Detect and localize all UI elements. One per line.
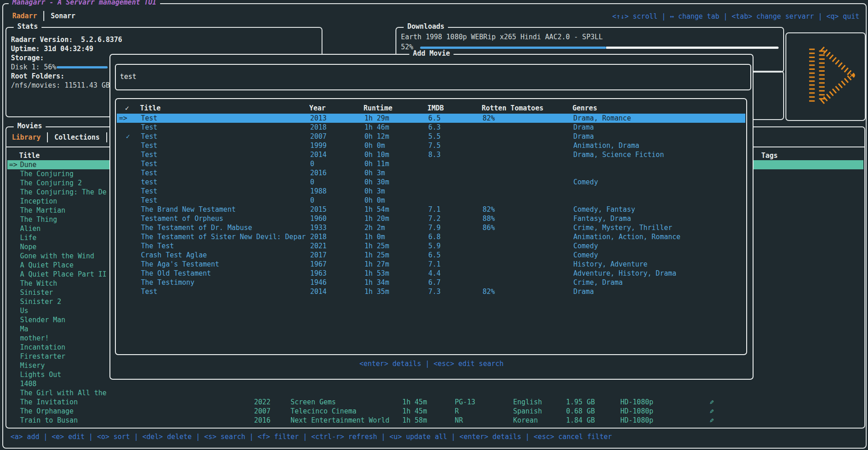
result-year: 2014 bbox=[310, 287, 327, 296]
result-genres bbox=[573, 196, 747, 205]
result-genres: Crime, Drama bbox=[573, 278, 747, 287]
result-genres: Drama bbox=[573, 123, 747, 132]
downloads-panel-title: Downloads bbox=[404, 22, 448, 31]
tab-library[interactable]: Library bbox=[10, 133, 42, 141]
radarr-version: Radarr Version: 5.2.6.8376 bbox=[11, 35, 122, 44]
servarr-tabs: Radarr Sonarr bbox=[10, 10, 77, 21]
disk-usage-gauge bbox=[57, 66, 108, 68]
search-result-row[interactable]: Test00h 0m bbox=[117, 196, 745, 205]
movie-row[interactable]: The Girl with All the bbox=[7, 388, 863, 398]
movie-title: Sinister bbox=[20, 288, 112, 297]
movie-title: Dune bbox=[20, 160, 112, 169]
movie-title: A Quiet Place Part II bbox=[20, 270, 112, 279]
search-result-row[interactable]: Test20141h 35m7.382%Drama bbox=[117, 287, 745, 296]
search-result-row[interactable]: ✓Test20070h 12m5.5Drama bbox=[117, 132, 745, 141]
uptime: Uptime: 31d 04:32:49 bbox=[11, 44, 94, 53]
result-runtime: 2h 2m bbox=[364, 223, 385, 232]
search-result-row[interactable]: test00h 30mComedy bbox=[117, 178, 745, 187]
search-result-row[interactable]: Crash Test Aglae20171h 25m6.5Comedy bbox=[117, 251, 745, 260]
movie-title: 1408 bbox=[20, 379, 112, 388]
result-title: Test bbox=[141, 196, 309, 205]
movie-language: Spanish bbox=[513, 407, 542, 416]
search-result-row[interactable]: Test20181h 46m6.3Drama bbox=[117, 123, 745, 132]
result-imdb-rating: 6.3 bbox=[428, 123, 441, 132]
movie-title: Incantation bbox=[20, 343, 112, 352]
result-title: Test bbox=[141, 168, 309, 178]
result-year: 1946 bbox=[310, 278, 327, 287]
search-result-row[interactable]: Test19990h 0m7.5Animation, Drama bbox=[117, 141, 745, 150]
search-result-row[interactable]: The Testament of Sister New Devil: Depar… bbox=[117, 232, 745, 241]
result-year: 0 bbox=[310, 196, 314, 205]
result-runtime: 1h 25m bbox=[364, 251, 389, 260]
search-result-row[interactable]: Testament of Orpheus19601h 20m7.288%Fant… bbox=[117, 214, 745, 223]
movie-title: The Girl with All the bbox=[20, 388, 112, 398]
result-imdb-rating: 5.9 bbox=[428, 241, 441, 251]
result-imdb-rating: 7.3 bbox=[428, 287, 441, 296]
result-runtime: 1h 46m bbox=[364, 123, 389, 132]
movie-row[interactable]: The Invitation2022Screen Gems1h 45mPG-13… bbox=[7, 398, 863, 407]
result-title: test bbox=[141, 178, 309, 187]
result-runtime: 0h 10m bbox=[364, 150, 389, 159]
search-result-row[interactable]: The Old Testament19631h 53m4.4Adventure,… bbox=[117, 269, 745, 278]
result-runtime: 1h 0m bbox=[364, 232, 385, 241]
result-genres: Drama bbox=[573, 132, 747, 141]
result-genres: Drama, Romance bbox=[573, 114, 747, 123]
edit-pencil-icon: ✎ bbox=[710, 416, 714, 425]
download-item[interactable]: Earth 1998 1080p WEBRip x265 Hindi AAC2.… bbox=[401, 32, 603, 42]
result-runtime: 1h 35m bbox=[364, 287, 389, 296]
result-year: 2015 bbox=[310, 205, 327, 214]
search-result-row[interactable]: The Aga's Testament19671h 27m7.1History,… bbox=[117, 260, 745, 269]
result-genres: Comedy bbox=[573, 241, 747, 251]
disk-usage: Disk 1: 56% bbox=[11, 63, 56, 72]
result-runtime: 1h 27m bbox=[364, 260, 389, 269]
movie-year: 2016 bbox=[254, 416, 270, 425]
result-title: Test bbox=[141, 187, 309, 196]
movie-title: Misery bbox=[20, 361, 112, 370]
tab-radarr[interactable]: Radarr bbox=[10, 12, 39, 20]
result-imdb-rating: 7.5 bbox=[428, 141, 441, 150]
search-result-row[interactable]: Test00h 11m bbox=[117, 159, 745, 168]
result-year: 1999 bbox=[310, 141, 327, 150]
edit-pencil-icon: ✎ bbox=[710, 398, 714, 407]
tab-collections[interactable]: Collections bbox=[52, 133, 101, 141]
tab-sonarr[interactable]: Sonarr bbox=[49, 12, 77, 20]
movie-row[interactable]: The Orphanage2007Telecinco Cinema1h 45mR… bbox=[7, 407, 863, 416]
result-title: The Aga's Testament bbox=[141, 260, 309, 269]
movie-title: The Conjuring bbox=[20, 169, 112, 178]
search-result-row[interactable]: The Testimony19461h 34m6.7Crime, Drama bbox=[117, 278, 745, 287]
result-title: The Testament of Sister New Devil: Depar bbox=[141, 232, 309, 241]
result-runtime: 1h 20m bbox=[364, 214, 389, 223]
result-rotten-tomatoes: 86% bbox=[483, 223, 495, 232]
search-result-row[interactable]: Test19880h 3m bbox=[117, 187, 745, 196]
search-result-row[interactable]: The Brand New Testament20151h 54m7.182%C… bbox=[117, 205, 745, 214]
result-year: 2017 bbox=[310, 251, 327, 260]
movie-title: Sinister 2 bbox=[20, 297, 112, 306]
search-result-row[interactable]: Test20160h 3m bbox=[117, 168, 745, 178]
results-column-header: Year bbox=[309, 104, 326, 113]
result-imdb-rating: 7.9 bbox=[428, 223, 441, 232]
result-runtime: 0h 11m bbox=[364, 159, 389, 168]
movie-row[interactable]: 1408 bbox=[7, 379, 863, 388]
search-result-row[interactable]: The Testament of Dr. Mabuse19332h 2m7.98… bbox=[117, 223, 745, 232]
movie-title: Inception bbox=[20, 197, 112, 206]
movies-panel-title: Movies bbox=[14, 122, 46, 130]
result-genres: Adventure, History, Drama bbox=[573, 269, 747, 278]
app-title: Managarr - A Servarr management TUI bbox=[9, 0, 160, 6]
result-runtime: 0h 3m bbox=[364, 168, 385, 178]
search-result-row[interactable]: Test20140h 10m8.3Drama, Science Fiction bbox=[117, 150, 745, 159]
result-title: The Test bbox=[141, 241, 309, 251]
selected-row-arrow: => bbox=[9, 160, 17, 169]
result-year: 0 bbox=[310, 178, 314, 187]
result-title: The Testimony bbox=[141, 278, 309, 287]
result-runtime: 1h 54m bbox=[364, 205, 389, 214]
result-title: Test bbox=[141, 159, 309, 168]
add-movie-title: Add Movie bbox=[409, 49, 453, 58]
movie-title: The Orphanage bbox=[20, 407, 112, 416]
movie-search-input[interactable]: test bbox=[115, 64, 751, 90]
search-result-row[interactable]: =>Test20131h 29m6.582%Drama, Romance bbox=[117, 114, 745, 123]
movie-row[interactable]: Train to Busan2016Next Entertainment Wor… bbox=[7, 416, 863, 425]
result-title: The Brand New Testament bbox=[141, 205, 309, 214]
movie-size: 1.95 GB bbox=[566, 398, 595, 407]
search-result-row[interactable]: The Test20211h 25m5.9Comedy bbox=[117, 241, 745, 251]
result-runtime: 0h 30m bbox=[364, 178, 389, 187]
